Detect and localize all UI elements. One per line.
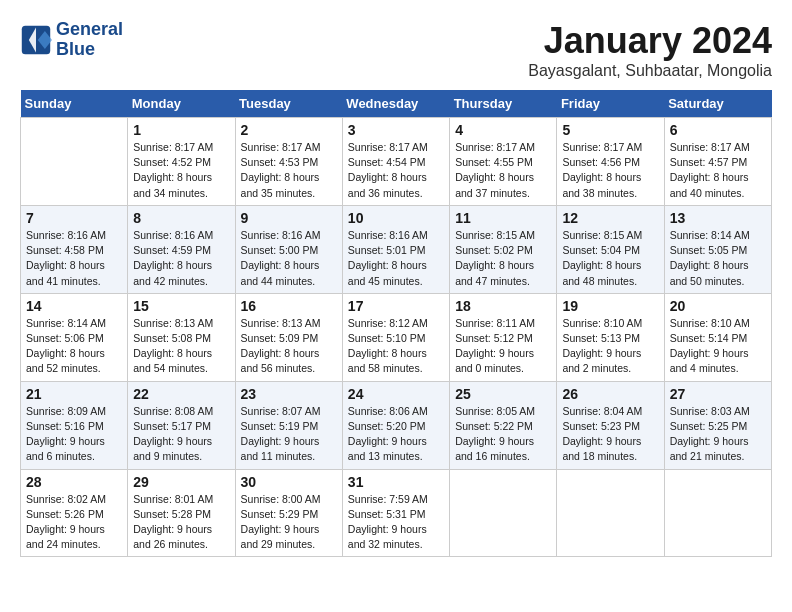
day-number: 13 [670, 210, 766, 226]
day-info: Sunrise: 8:17 AMSunset: 4:52 PMDaylight:… [133, 140, 229, 201]
day-info: Sunrise: 8:16 AMSunset: 5:00 PMDaylight:… [241, 228, 337, 289]
day-number: 10 [348, 210, 444, 226]
day-number: 5 [562, 122, 658, 138]
calendar-cell: 19Sunrise: 8:10 AMSunset: 5:13 PMDayligh… [557, 293, 664, 381]
calendar-cell: 5Sunrise: 8:17 AMSunset: 4:56 PMDaylight… [557, 118, 664, 206]
day-number: 21 [26, 386, 122, 402]
calendar-cell: 26Sunrise: 8:04 AMSunset: 5:23 PMDayligh… [557, 381, 664, 469]
day-number: 6 [670, 122, 766, 138]
day-number: 31 [348, 474, 444, 490]
day-info: Sunrise: 8:00 AMSunset: 5:29 PMDaylight:… [241, 492, 337, 553]
day-info: Sunrise: 8:10 AMSunset: 5:14 PMDaylight:… [670, 316, 766, 377]
day-info: Sunrise: 8:17 AMSunset: 4:55 PMDaylight:… [455, 140, 551, 201]
calendar-cell: 23Sunrise: 8:07 AMSunset: 5:19 PMDayligh… [235, 381, 342, 469]
day-number: 3 [348, 122, 444, 138]
day-number: 29 [133, 474, 229, 490]
calendar-cell: 10Sunrise: 8:16 AMSunset: 5:01 PMDayligh… [342, 205, 449, 293]
calendar-cell: 12Sunrise: 8:15 AMSunset: 5:04 PMDayligh… [557, 205, 664, 293]
day-number: 12 [562, 210, 658, 226]
day-number: 22 [133, 386, 229, 402]
day-number: 7 [26, 210, 122, 226]
calendar-cell: 28Sunrise: 8:02 AMSunset: 5:26 PMDayligh… [21, 469, 128, 557]
week-row-4: 21Sunrise: 8:09 AMSunset: 5:16 PMDayligh… [21, 381, 772, 469]
day-number: 9 [241, 210, 337, 226]
day-info: Sunrise: 8:14 AMSunset: 5:05 PMDaylight:… [670, 228, 766, 289]
calendar-cell [557, 469, 664, 557]
calendar-cell: 21Sunrise: 8:09 AMSunset: 5:16 PMDayligh… [21, 381, 128, 469]
day-info: Sunrise: 7:59 AMSunset: 5:31 PMDaylight:… [348, 492, 444, 553]
day-number: 14 [26, 298, 122, 314]
day-info: Sunrise: 8:07 AMSunset: 5:19 PMDaylight:… [241, 404, 337, 465]
day-number: 15 [133, 298, 229, 314]
logo: General Blue [20, 20, 123, 60]
calendar-cell: 2Sunrise: 8:17 AMSunset: 4:53 PMDaylight… [235, 118, 342, 206]
day-header-monday: Monday [128, 90, 235, 118]
logo-line1: General [56, 20, 123, 40]
day-info: Sunrise: 8:08 AMSunset: 5:17 PMDaylight:… [133, 404, 229, 465]
calendar-cell: 22Sunrise: 8:08 AMSunset: 5:17 PMDayligh… [128, 381, 235, 469]
day-info: Sunrise: 8:04 AMSunset: 5:23 PMDaylight:… [562, 404, 658, 465]
day-info: Sunrise: 8:01 AMSunset: 5:28 PMDaylight:… [133, 492, 229, 553]
week-row-5: 28Sunrise: 8:02 AMSunset: 5:26 PMDayligh… [21, 469, 772, 557]
calendar-cell: 27Sunrise: 8:03 AMSunset: 5:25 PMDayligh… [664, 381, 771, 469]
day-header-friday: Friday [557, 90, 664, 118]
day-number: 28 [26, 474, 122, 490]
day-info: Sunrise: 8:13 AMSunset: 5:09 PMDaylight:… [241, 316, 337, 377]
day-number: 1 [133, 122, 229, 138]
calendar-cell: 31Sunrise: 7:59 AMSunset: 5:31 PMDayligh… [342, 469, 449, 557]
day-info: Sunrise: 8:17 AMSunset: 4:53 PMDaylight:… [241, 140, 337, 201]
day-info: Sunrise: 8:03 AMSunset: 5:25 PMDaylight:… [670, 404, 766, 465]
day-info: Sunrise: 8:15 AMSunset: 5:02 PMDaylight:… [455, 228, 551, 289]
day-info: Sunrise: 8:17 AMSunset: 4:54 PMDaylight:… [348, 140, 444, 201]
logo-icon [20, 24, 52, 56]
day-info: Sunrise: 8:17 AMSunset: 4:56 PMDaylight:… [562, 140, 658, 201]
calendar-cell: 1Sunrise: 8:17 AMSunset: 4:52 PMDaylight… [128, 118, 235, 206]
day-info: Sunrise: 8:05 AMSunset: 5:22 PMDaylight:… [455, 404, 551, 465]
day-info: Sunrise: 8:13 AMSunset: 5:08 PMDaylight:… [133, 316, 229, 377]
week-row-1: 1Sunrise: 8:17 AMSunset: 4:52 PMDaylight… [21, 118, 772, 206]
calendar-cell: 3Sunrise: 8:17 AMSunset: 4:54 PMDaylight… [342, 118, 449, 206]
day-header-tuesday: Tuesday [235, 90, 342, 118]
calendar-cell: 7Sunrise: 8:16 AMSunset: 4:58 PMDaylight… [21, 205, 128, 293]
day-number: 8 [133, 210, 229, 226]
day-number: 25 [455, 386, 551, 402]
calendar-cell: 24Sunrise: 8:06 AMSunset: 5:20 PMDayligh… [342, 381, 449, 469]
day-info: Sunrise: 8:06 AMSunset: 5:20 PMDaylight:… [348, 404, 444, 465]
day-number: 19 [562, 298, 658, 314]
day-number: 16 [241, 298, 337, 314]
location: Bayasgalant, Suhbaatar, Mongolia [528, 62, 772, 80]
day-info: Sunrise: 8:16 AMSunset: 4:59 PMDaylight:… [133, 228, 229, 289]
calendar-cell: 8Sunrise: 8:16 AMSunset: 4:59 PMDaylight… [128, 205, 235, 293]
day-number: 4 [455, 122, 551, 138]
day-number: 23 [241, 386, 337, 402]
calendar-cell: 6Sunrise: 8:17 AMSunset: 4:57 PMDaylight… [664, 118, 771, 206]
day-info: Sunrise: 8:17 AMSunset: 4:57 PMDaylight:… [670, 140, 766, 201]
calendar-cell: 30Sunrise: 8:00 AMSunset: 5:29 PMDayligh… [235, 469, 342, 557]
day-number: 18 [455, 298, 551, 314]
calendar-cell [664, 469, 771, 557]
day-number: 27 [670, 386, 766, 402]
calendar-cell: 9Sunrise: 8:16 AMSunset: 5:00 PMDaylight… [235, 205, 342, 293]
day-number: 11 [455, 210, 551, 226]
calendar-cell: 11Sunrise: 8:15 AMSunset: 5:02 PMDayligh… [450, 205, 557, 293]
calendar-cell: 20Sunrise: 8:10 AMSunset: 5:14 PMDayligh… [664, 293, 771, 381]
month-title: January 2024 [528, 20, 772, 62]
day-info: Sunrise: 8:12 AMSunset: 5:10 PMDaylight:… [348, 316, 444, 377]
calendar-cell: 15Sunrise: 8:13 AMSunset: 5:08 PMDayligh… [128, 293, 235, 381]
calendar-cell: 25Sunrise: 8:05 AMSunset: 5:22 PMDayligh… [450, 381, 557, 469]
calendar-cell: 13Sunrise: 8:14 AMSunset: 5:05 PMDayligh… [664, 205, 771, 293]
calendar-cell: 17Sunrise: 8:12 AMSunset: 5:10 PMDayligh… [342, 293, 449, 381]
day-info: Sunrise: 8:09 AMSunset: 5:16 PMDaylight:… [26, 404, 122, 465]
calendar-cell: 16Sunrise: 8:13 AMSunset: 5:09 PMDayligh… [235, 293, 342, 381]
calendar-cell: 4Sunrise: 8:17 AMSunset: 4:55 PMDaylight… [450, 118, 557, 206]
day-info: Sunrise: 8:15 AMSunset: 5:04 PMDaylight:… [562, 228, 658, 289]
title-section: January 2024 Bayasgalant, Suhbaatar, Mon… [528, 20, 772, 80]
calendar-cell [450, 469, 557, 557]
day-number: 20 [670, 298, 766, 314]
day-header-saturday: Saturday [664, 90, 771, 118]
day-number: 24 [348, 386, 444, 402]
day-number: 26 [562, 386, 658, 402]
day-info: Sunrise: 8:14 AMSunset: 5:06 PMDaylight:… [26, 316, 122, 377]
week-row-2: 7Sunrise: 8:16 AMSunset: 4:58 PMDaylight… [21, 205, 772, 293]
day-info: Sunrise: 8:16 AMSunset: 5:01 PMDaylight:… [348, 228, 444, 289]
